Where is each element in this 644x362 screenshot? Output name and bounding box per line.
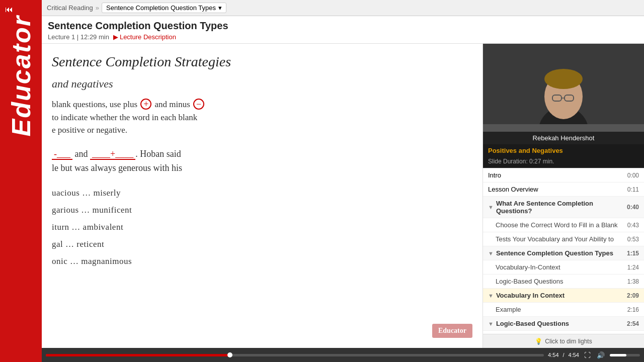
page-title: Sentence Completion Question Types — [48, 20, 638, 32]
lesson-overview[interactable]: Lesson Overview 0:11 — [483, 183, 644, 197]
section-completion-types[interactable]: ▼ Sentence Completion Question Types 1:1… — [483, 246, 644, 260]
tests-vocab-label: Tests Your Vocabulary and Your Ability t… — [496, 235, 614, 243]
section-2-time: 1:15 — [627, 250, 639, 257]
section-3-time: 2:09 — [627, 292, 639, 299]
option-4: gal … reticent — [52, 236, 472, 253]
minus-circle-icon: − — [193, 99, 204, 110]
toggle-icon-1: ▼ — [488, 204, 494, 210]
instructor-background — [483, 44, 644, 144]
breadcrumb-sep: » — [96, 4, 99, 12]
logic-based-label: Logic-Based Questions — [496, 278, 563, 285]
plus-circle-icon: + — [140, 99, 151, 110]
option-2: garious … munificent — [52, 202, 472, 219]
toggle-icon-4: ▼ — [488, 321, 494, 327]
toggle-icon-3: ▼ — [488, 293, 494, 299]
option-1: uacious … miserly — [52, 185, 472, 202]
slide-panel: Sentence Completion Strategies and negat… — [42, 44, 483, 348]
toggle-icon-2: ▼ — [488, 250, 494, 256]
slide-body: blank questions, use plus + and minus − … — [52, 98, 472, 137]
slide-status: Positives and Negatives — [483, 144, 644, 157]
volume-bar[interactable] — [610, 354, 640, 356]
slide-duration-value: 0:27 min. — [529, 158, 554, 165]
instructor-name-bar: Rebekah Hendershot — [483, 132, 644, 144]
lesson-tests-vocab[interactable]: Tests Your Vocabulary and Your Ability t… — [483, 232, 644, 246]
sidebar: ⏮ Educator — [0, 0, 42, 362]
page-header: Sentence Completion Question Types Lectu… — [42, 16, 644, 44]
instructor-svg — [483, 44, 644, 144]
content-area: Sentence Completion Strategies and negat… — [42, 44, 644, 348]
slide-duration: Slide Duration: 0:27 min. — [483, 157, 644, 168]
page-subtitle: Lecture 1 | 12:29 min ▶ Lecture Descript… — [48, 33, 638, 41]
lecture-desc-label: Lecture Description — [120, 33, 176, 41]
section-3-label: Vocabulary In Context — [496, 292, 565, 299]
dim-lights-bar[interactable]: 💡 Click to dim lights — [483, 334, 644, 348]
blank-neg: -___ — [52, 149, 72, 160]
lesson-logic-based[interactable]: Logic-Based Questions 1:38 — [483, 275, 644, 289]
main-content: Critical Reading » Sentence Completion Q… — [42, 0, 644, 362]
lesson-example-1[interactable]: Example 2:16 — [483, 303, 644, 317]
overview-time: 0:11 — [627, 186, 639, 193]
back-icon[interactable]: ⏮ — [5, 5, 13, 14]
slide-example: -___ and ____+____. Hoban said le but wa… — [52, 147, 472, 176]
section-1-label: What Are Sentence Completion Questions? — [496, 200, 627, 215]
time-separator: / — [563, 352, 565, 358]
progress-dot — [227, 352, 232, 357]
lesson-choose-word[interactable]: Choose the Correct Word to Fill in a Bla… — [483, 218, 644, 232]
time-current: 4:54 — [548, 352, 558, 358]
volume-button[interactable]: 🔊 — [596, 351, 606, 359]
lesson-intro[interactable]: Intro 0:00 — [483, 168, 644, 183]
example-1-label: Example — [496, 306, 521, 313]
tests-vocab-time: 0:53 — [627, 236, 639, 243]
intro-time: 0:00 — [627, 172, 639, 179]
dim-lights-label: Click to dim lights — [545, 338, 592, 345]
right-panel: Rebekah Hendershot Positives and Negativ… — [483, 44, 644, 348]
top-nav: Critical Reading » Sentence Completion Q… — [42, 0, 644, 16]
section-logic-based-q[interactable]: ▼ Logic-Based Questions 2:54 — [483, 317, 644, 331]
lesson-list: Intro 0:00 Lesson Overview 0:11 ▼ What A… — [483, 168, 644, 334]
section-1-time: 0:40 — [627, 204, 639, 211]
svg-point-4 — [544, 69, 583, 89]
lesson-vocab-in-context[interactable]: Vocabulary-In-Context 1:24 — [483, 260, 644, 275]
progress-bar-fill — [46, 354, 230, 356]
play-icon: ▶ — [113, 33, 118, 41]
bulb-icon: 💡 — [535, 338, 542, 345]
volume-fill — [610, 354, 626, 356]
breadcrumb-critical-reading[interactable]: Critical Reading — [47, 4, 93, 12]
slide-options: uacious … miserly garious … munificent i… — [52, 185, 472, 270]
intro-label: Intro — [488, 171, 501, 179]
logic-based-time: 1:38 — [627, 278, 639, 285]
vocab-in-context-time: 1:24 — [627, 264, 639, 271]
time-total: 4:54 — [569, 352, 579, 358]
lecture-info: Lecture 1 | 12:29 min — [48, 33, 109, 41]
educator-logo: Educator — [8, 15, 34, 136]
option-5: onic … magnanimous — [52, 253, 472, 270]
lecture-description-link[interactable]: ▶ Lecture Description — [113, 33, 176, 41]
section-2-label: Sentence Completion Question Types — [496, 249, 613, 257]
progress-bar-container[interactable] — [46, 354, 544, 356]
fullscreen-button[interactable]: ⛶ — [583, 351, 592, 359]
choose-word-time: 0:43 — [627, 222, 639, 229]
dropdown-button[interactable]: Sentence Completion Question Types — [102, 3, 226, 13]
section-sentence-completion-q[interactable]: ▼ What Are Sentence Completion Questions… — [483, 197, 644, 218]
educator-watermark: Educator — [432, 324, 472, 338]
video-area: Rebekah Hendershot — [483, 44, 644, 144]
option-3: iturn … ambivalent — [52, 219, 472, 236]
slide-title: Sentence Completion Strategies — [52, 54, 472, 70]
section-4-label: Logic-Based Questions — [496, 320, 569, 327]
overview-label: Lesson Overview — [488, 186, 538, 193]
bottom-controls: 4:54 / 4:54 ⛶ 🔊 — [42, 348, 644, 362]
vocab-in-context-label: Vocabulary-In-Context — [496, 263, 560, 271]
section-4-time: 2:54 — [627, 320, 639, 327]
slide-subtitle: and negatives — [52, 77, 472, 90]
example-1-time: 2:16 — [627, 306, 639, 313]
slide-duration-label: Slide Duration: — [488, 158, 528, 165]
section-vocab-context[interactable]: ▼ Vocabulary In Context 2:09 — [483, 289, 644, 303]
choose-word-label: Choose the Correct Word to Fill in a Bla… — [496, 221, 618, 229]
blank-pos: ____+____ — [90, 149, 135, 160]
